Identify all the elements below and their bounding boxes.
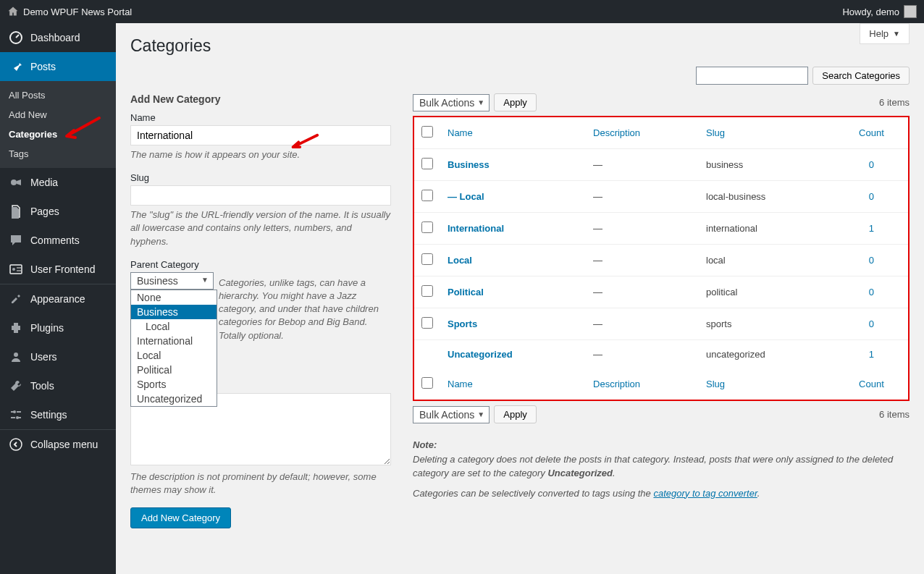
sidebar-item-dashboard[interactable]: Dashboard: [0, 23, 116, 52]
svg-point-4: [14, 353, 18, 357]
name-help: The name is how it appears on your site.: [130, 148, 391, 161]
parent-label: Parent Category: [130, 259, 391, 270]
row-checkbox[interactable]: [421, 253, 433, 265]
table-row: Political—political0: [413, 277, 909, 308]
search-input[interactable]: [696, 67, 808, 85]
sidebar-collapse[interactable]: Collapse menu: [0, 429, 116, 459]
slug-input[interactable]: [130, 185, 391, 206]
row-checkbox[interactable]: [421, 317, 433, 329]
row-count[interactable]: 0: [869, 159, 874, 170]
row-checkbox[interactable]: [421, 190, 433, 201]
pin-icon: [9, 59, 23, 74]
parent-option[interactable]: None: [131, 290, 217, 305]
row-count[interactable]: 1: [869, 223, 874, 234]
items-count: 6 items: [879, 97, 910, 108]
category-link[interactable]: Political: [448, 287, 484, 297]
col-slug[interactable]: Slug: [706, 127, 725, 138]
sidebar-item-appearance[interactable]: Appearance: [0, 284, 116, 313]
select-all-checkbox-footer[interactable]: [421, 377, 433, 389]
submenu-add-new[interactable]: Add New: [0, 105, 116, 124]
sidebar-item-tools[interactable]: Tools: [0, 371, 116, 400]
sidebar-item-plugins[interactable]: Plugins: [0, 313, 116, 342]
avatar[interactable]: [904, 5, 917, 18]
bulk-actions-select-bottom[interactable]: Bulk Actions: [413, 406, 490, 423]
table-row: International—international1: [413, 213, 909, 245]
sidebar-item-settings[interactable]: Settings: [0, 400, 116, 429]
help-tab[interactable]: Help ▼: [860, 23, 910, 44]
col-count[interactable]: Count: [859, 127, 884, 138]
svg-rect-2: [10, 265, 22, 274]
category-link[interactable]: Sports: [448, 318, 477, 329]
row-desc: —: [586, 213, 699, 245]
row-checkbox[interactable]: [421, 158, 433, 169]
submenu-all-posts[interactable]: All Posts: [0, 85, 116, 105]
col-slug[interactable]: Slug: [706, 379, 725, 389]
plugins-icon: [9, 321, 23, 335]
site-name[interactable]: Demo WPUF News Portal: [23, 7, 132, 17]
row-checkbox[interactable]: [421, 285, 433, 297]
media-icon: [9, 175, 23, 190]
table-row: Uncategorized—uncategorized1: [413, 340, 909, 369]
col-name[interactable]: Name: [448, 127, 473, 138]
parent-option[interactable]: Local: [131, 348, 217, 363]
parent-option[interactable]: Sports: [131, 377, 217, 392]
row-desc: —: [586, 308, 699, 340]
pages-icon: [9, 204, 23, 219]
sidebar-item-media[interactable]: Media: [0, 168, 116, 197]
table-row: Local—local0: [413, 245, 909, 277]
apply-button-bottom[interactable]: Apply: [494, 405, 537, 423]
sidebar-item-user-frontend[interactable]: User Frontend: [0, 255, 116, 284]
admin-toolbar: Demo WPUF News Portal Howdy, demo: [0, 0, 924, 23]
row-desc: —: [586, 149, 699, 181]
col-desc[interactable]: Description: [593, 379, 640, 389]
sidebar-item-posts[interactable]: Posts: [0, 52, 116, 81]
row-count[interactable]: 0: [869, 287, 874, 297]
categories-table: Name Description Slug Count Business—bus…: [413, 116, 910, 401]
converter-link[interactable]: category to tag converter: [653, 488, 757, 499]
col-desc[interactable]: Description: [593, 127, 640, 138]
col-name[interactable]: Name: [448, 379, 473, 389]
parent-option[interactable]: Political: [131, 363, 217, 377]
table-row: Business—business0: [413, 149, 909, 181]
add-category-form: Add New Category Name The name is how it…: [130, 93, 391, 528]
row-count[interactable]: 0: [869, 255, 874, 266]
howdy-user[interactable]: Howdy, demo: [842, 7, 899, 17]
bulk-actions-select[interactable]: Bulk Actions: [413, 94, 490, 111]
row-count[interactable]: 0: [869, 191, 874, 202]
collapse-icon: [9, 437, 23, 452]
parent-option[interactable]: International: [131, 334, 217, 348]
row-slug: political: [699, 277, 835, 308]
search-button[interactable]: Search Categories: [812, 67, 910, 85]
sidebar-item-users[interactable]: Users: [0, 342, 116, 371]
submenu-categories[interactable]: Categories: [0, 124, 116, 144]
select-all-checkbox[interactable]: [421, 126, 433, 138]
parent-select[interactable]: Business None Business Local Internation…: [130, 272, 214, 290]
category-link[interactable]: — Local: [448, 191, 484, 202]
chevron-down-icon: ▼: [893, 30, 900, 38]
parent-option[interactable]: Local: [131, 319, 217, 334]
sidebar-item-pages[interactable]: Pages: [0, 197, 116, 226]
row-slug: sports: [699, 308, 835, 340]
row-checkbox[interactable]: [421, 221, 433, 233]
category-link[interactable]: International: [448, 223, 504, 234]
apply-button[interactable]: Apply: [494, 93, 537, 111]
category-link[interactable]: Uncategorized: [448, 349, 513, 360]
name-input[interactable]: [130, 125, 391, 145]
tools-icon: [9, 379, 23, 393]
row-slug: uncategorized: [699, 340, 835, 369]
posts-submenu: All Posts Add New Categories Tags: [0, 81, 116, 168]
parent-option[interactable]: Business: [131, 305, 217, 319]
submenu-tags[interactable]: Tags: [0, 144, 116, 164]
category-link[interactable]: Business: [448, 159, 490, 170]
row-count[interactable]: 1: [869, 349, 874, 360]
sidebar-item-comments[interactable]: Comments: [0, 226, 116, 255]
submit-button[interactable]: Add New Category: [130, 507, 231, 528]
row-count[interactable]: 0: [869, 318, 874, 329]
col-count[interactable]: Count: [859, 379, 884, 389]
category-link[interactable]: Local: [448, 255, 472, 266]
parent-option[interactable]: Uncategorized: [131, 392, 217, 406]
items-count-bottom: 6 items: [879, 409, 910, 420]
parent-help: Categories, unlike tags, can have a hier…: [219, 277, 391, 342]
comments-icon: [9, 233, 23, 248]
row-slug: business: [699, 149, 835, 181]
